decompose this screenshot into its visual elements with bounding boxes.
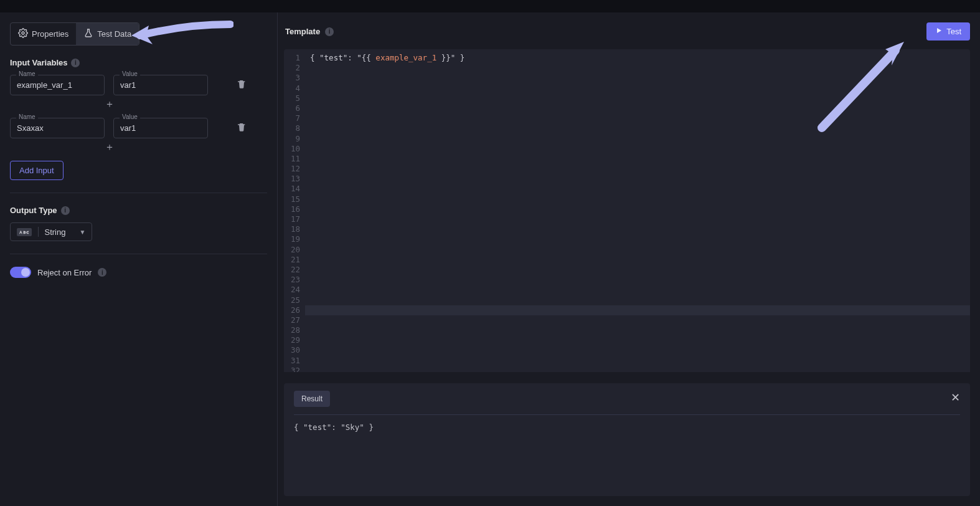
delete-row-button[interactable] <box>233 118 250 138</box>
window-topbar <box>0 0 980 12</box>
name-field-label: Name <box>16 113 38 120</box>
result-divider <box>294 414 960 415</box>
abc-icon: ᴀʙᴄ <box>17 228 32 236</box>
template-heading: Template i <box>285 27 334 36</box>
select-separator <box>38 227 39 237</box>
reject-on-error-toggle[interactable] <box>10 267 31 278</box>
info-icon[interactable]: i <box>98 268 106 277</box>
info-icon[interactable]: i <box>71 59 80 67</box>
content-panel: Template i Test 123456789101112131415161… <box>278 12 980 506</box>
info-icon[interactable]: i <box>325 27 334 36</box>
delete-row-button[interactable] <box>233 75 250 95</box>
input-variable-row: Name Value <box>10 75 267 95</box>
tab-properties-label: Properties <box>32 29 68 39</box>
sidebar-panel: Properties Test Data Input Variables i N… <box>0 12 278 506</box>
section-divider <box>10 254 267 254</box>
svg-point-0 <box>22 32 24 34</box>
tab-test-data[interactable]: Test Data <box>76 23 139 45</box>
info-icon[interactable]: i <box>61 206 70 215</box>
add-field-button[interactable]: ＋ <box>101 141 118 153</box>
close-icon: ✕ <box>951 391 960 404</box>
variable-value-input[interactable] <box>113 118 208 138</box>
template-title-text: Template <box>285 27 320 36</box>
input-variables-heading: Input Variables i <box>10 58 267 67</box>
variable-name-input[interactable] <box>10 75 105 95</box>
code-editor[interactable]: 1234567891011121314151617181920212223242… <box>284 49 970 372</box>
result-panel: Result ✕ { "test": "Sky" } <box>284 383 970 496</box>
flask-icon <box>83 28 93 40</box>
output-type-select[interactable]: ᴀʙᴄ String ▼ <box>10 222 92 241</box>
close-result-button[interactable]: ✕ <box>951 391 960 404</box>
variable-value-input[interactable] <box>113 75 208 95</box>
test-button[interactable]: Test <box>926 22 970 41</box>
value-field-label: Value <box>120 70 140 77</box>
gear-icon <box>18 28 28 40</box>
output-type-title-text: Output Type <box>10 206 57 215</box>
input-variable-row: Name Value <box>10 118 267 138</box>
reject-on-error-label: Reject on Error <box>37 268 92 277</box>
add-input-button[interactable]: Add Input <box>10 161 64 180</box>
line-gutter: 1234567891011121314151617181920212223242… <box>284 49 305 372</box>
name-field-label: Name <box>16 70 38 77</box>
trash-icon <box>237 125 247 134</box>
tab-properties[interactable]: Properties <box>11 23 76 45</box>
input-variables-title-text: Input Variables <box>10 58 67 67</box>
code-area[interactable]: { "test": "{{ example_var_1 }}" } <box>305 49 970 372</box>
section-divider <box>10 193 267 193</box>
trash-icon <box>237 82 247 91</box>
output-type-heading: Output Type i <box>10 206 267 215</box>
sidebar-tab-group: Properties Test Data <box>10 22 139 45</box>
value-field-label: Value <box>120 113 140 120</box>
play-icon <box>935 27 943 36</box>
result-body: { "test": "Sky" } <box>294 422 960 432</box>
test-button-label: Test <box>946 27 961 36</box>
chevron-down-icon: ▼ <box>80 229 86 236</box>
result-tab[interactable]: Result <box>294 391 330 407</box>
variable-name-input[interactable] <box>10 118 105 138</box>
tab-test-data-label: Test Data <box>97 29 131 39</box>
add-field-button[interactable]: ＋ <box>101 98 118 110</box>
output-type-value: String <box>45 227 73 237</box>
